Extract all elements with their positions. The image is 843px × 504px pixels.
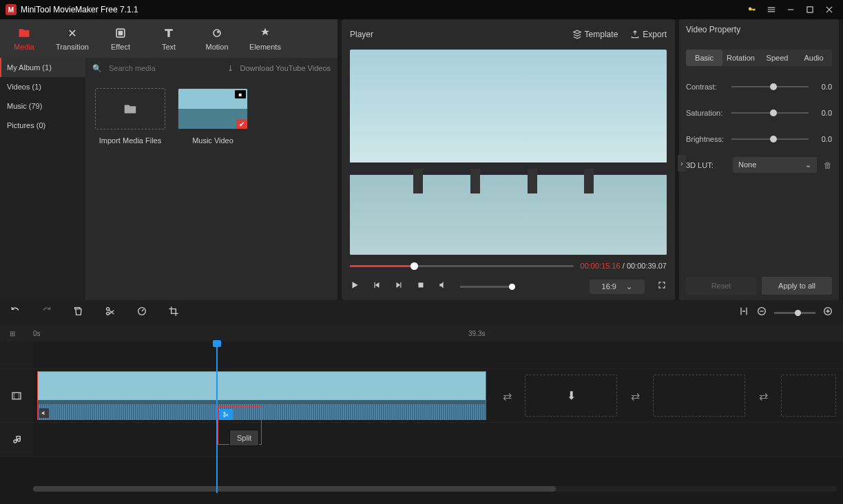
crop-button[interactable] bbox=[168, 306, 179, 319]
delete-button[interactable] bbox=[73, 306, 84, 319]
nav-music[interactable]: Music (79) bbox=[0, 96, 85, 116]
next-frame-button[interactable] bbox=[394, 280, 404, 293]
app-logo: M bbox=[6, 4, 17, 15]
split-tooltip: Split bbox=[229, 430, 259, 446]
svg-rect-10 bbox=[12, 392, 21, 399]
playhead[interactable] bbox=[216, 342, 218, 493]
saturation-slider[interactable] bbox=[731, 112, 809, 114]
clip-placeholder[interactable] bbox=[653, 375, 745, 417]
brightness-value: 0.0 bbox=[814, 135, 832, 143]
tab-elements[interactable]: Elements bbox=[241, 19, 289, 58]
video-track[interactable]: ⇄ ⬇ ⇄ ⇄ bbox=[0, 369, 843, 423]
tab-text-label: Text bbox=[162, 43, 176, 51]
menu-icon[interactable] bbox=[763, 1, 780, 18]
svg-rect-3 bbox=[118, 31, 123, 36]
progress-bar[interactable] bbox=[350, 265, 574, 267]
app-title: MiniTool MovieMaker Free 7.1.1 bbox=[21, 5, 138, 14]
media-clip-music-video[interactable]: ■ Music Video bbox=[178, 88, 248, 145]
stop-button[interactable] bbox=[416, 280, 426, 293]
reset-button[interactable]: Reset bbox=[686, 277, 756, 295]
contrast-label: Contrast: bbox=[686, 83, 726, 91]
contrast-slider[interactable] bbox=[731, 86, 809, 87]
tab-speed[interactable]: Speed bbox=[759, 50, 795, 66]
lut-label: 3D LUT: bbox=[686, 161, 726, 169]
media-clip-label: Music Video bbox=[192, 136, 233, 145]
timeline-fit-icon[interactable] bbox=[738, 306, 749, 319]
minimize-button[interactable] bbox=[782, 1, 799, 18]
export-button[interactable]: Export bbox=[630, 30, 667, 39]
speed-button[interactable] bbox=[136, 306, 147, 319]
brightness-label: Brightness: bbox=[686, 135, 726, 143]
tab-transition-label: Transition bbox=[56, 43, 89, 51]
zoom-out-button[interactable] bbox=[756, 306, 767, 319]
transition-icon[interactable]: ⇄ bbox=[503, 389, 512, 402]
video-track-icon bbox=[11, 390, 22, 401]
clip-placeholder[interactable] bbox=[781, 375, 836, 417]
search-icon: 🔍 bbox=[92, 64, 102, 73]
audio-track-icon bbox=[11, 434, 22, 445]
panel-collapse-handle[interactable]: › bbox=[678, 155, 686, 171]
svg-rect-6 bbox=[419, 283, 424, 288]
tab-media[interactable]: Media bbox=[0, 19, 48, 58]
titlebar: M MiniTool MovieMaker Free 7.1.1 bbox=[0, 0, 843, 19]
split-button[interactable] bbox=[105, 306, 116, 319]
tab-basic[interactable]: Basic bbox=[686, 50, 722, 66]
export-label: Export bbox=[643, 30, 667, 39]
prev-frame-button[interactable] bbox=[372, 280, 382, 293]
clip-placeholder[interactable]: ⬇ bbox=[525, 375, 617, 417]
template-button[interactable]: Template bbox=[572, 30, 618, 39]
search-input[interactable] bbox=[109, 64, 220, 72]
nav-videos[interactable]: Videos (1) bbox=[0, 77, 85, 96]
tab-audio[interactable]: Audio bbox=[795, 50, 832, 66]
undo-button[interactable] bbox=[10, 306, 21, 319]
main-toolbar: Media Transition Effect Text Motion Elem… bbox=[0, 19, 337, 58]
nav-pictures[interactable]: Pictures (0) bbox=[0, 116, 85, 135]
tab-effect-label: Effect bbox=[111, 43, 130, 51]
template-label: Template bbox=[585, 30, 618, 39]
tab-elements-label: Elements bbox=[249, 43, 281, 51]
maximize-button[interactable] bbox=[802, 1, 818, 18]
audio-track[interactable] bbox=[0, 423, 843, 457]
zoom-in-button[interactable] bbox=[822, 306, 833, 319]
transition-icon[interactable]: ⇄ bbox=[759, 389, 768, 402]
timeline-scrollbar[interactable] bbox=[33, 486, 837, 492]
volume-slider[interactable] bbox=[460, 286, 515, 288]
aspect-ratio-select[interactable]: 16:9⌄ bbox=[590, 280, 645, 294]
video-clip[interactable] bbox=[37, 371, 486, 420]
import-media-tile[interactable]: Import Media Files bbox=[95, 88, 165, 145]
lut-select[interactable]: None⌄ bbox=[733, 157, 817, 173]
nav-my-album[interactable]: My Album (1) bbox=[0, 58, 85, 77]
video-preview[interactable] bbox=[350, 50, 667, 255]
player-panel: Player Template Export 00:00:15.16 / 00:… bbox=[342, 19, 675, 300]
tab-rotation[interactable]: Rotation bbox=[722, 50, 759, 66]
media-sidenav: My Album (1) Videos (1) Music (79) Pictu… bbox=[0, 58, 85, 300]
delete-lut-icon[interactable]: 🗑 bbox=[824, 160, 832, 170]
transition-icon[interactable]: ⇄ bbox=[631, 389, 640, 402]
ruler-start: 0s bbox=[33, 330, 41, 337]
download-icon: ⤓ bbox=[227, 64, 233, 73]
download-youtube-link[interactable]: Download YouTube Videos bbox=[240, 64, 331, 72]
timeline-tracks: ⇄ ⬇ ⇄ ⇄ Split bbox=[0, 342, 843, 493]
tab-motion-label: Motion bbox=[205, 43, 228, 51]
redo-button[interactable] bbox=[41, 306, 52, 319]
license-key-icon[interactable] bbox=[744, 1, 760, 18]
overlay-track[interactable] bbox=[0, 342, 843, 369]
fullscreen-button[interactable] bbox=[657, 280, 667, 293]
tab-transition[interactable]: Transition bbox=[48, 19, 96, 58]
tab-motion[interactable]: Motion bbox=[193, 19, 241, 58]
property-tabs: Basic Rotation Speed Audio bbox=[686, 50, 832, 66]
volume-icon[interactable] bbox=[438, 280, 448, 293]
zoom-slider[interactable] bbox=[774, 312, 815, 314]
split-handle-icon[interactable] bbox=[219, 409, 233, 420]
tab-text[interactable]: Text bbox=[145, 19, 193, 58]
chevron-down-icon: ⌄ bbox=[626, 282, 632, 291]
brightness-slider[interactable] bbox=[731, 138, 809, 140]
timeline-toolbar bbox=[0, 300, 843, 325]
timeline-ruler[interactable]: ⊞ 0s 39.3s bbox=[0, 325, 843, 342]
apply-all-button[interactable]: Apply to all bbox=[762, 277, 832, 295]
add-track-icon[interactable]: ⊞ bbox=[10, 330, 15, 337]
tab-effect[interactable]: Effect bbox=[96, 19, 145, 58]
play-button[interactable] bbox=[350, 280, 360, 293]
drop-icon: ⬇ bbox=[567, 389, 576, 402]
close-button[interactable] bbox=[821, 1, 837, 18]
